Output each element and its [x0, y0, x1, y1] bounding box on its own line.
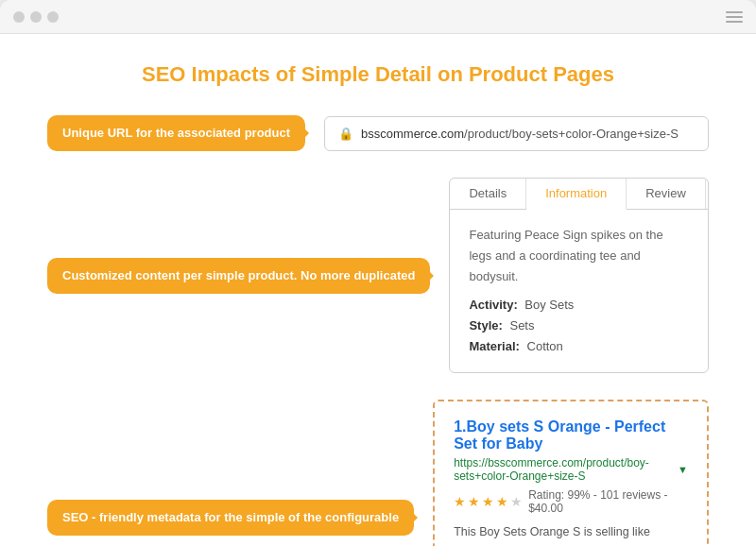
url-bar: 🔒 bsscommerce.com/product/boy-sets+color… — [324, 116, 709, 151]
lock-icon: 🔒 — [338, 127, 353, 141]
seo-url-arrow-icon: ▼ — [678, 464, 688, 475]
seo-rating-text: Rating: 99% - 101 reviews - $40.00 — [528, 488, 688, 515]
seo-description: This Boy Sets Orange S is selling like h… — [454, 522, 688, 546]
seo-card: 1.Boy sets S Orange - Perfect Set for Ba… — [433, 400, 709, 546]
field-value-style: Sets — [507, 316, 535, 336]
tabs-section: Customized content per simple product. N… — [47, 178, 709, 373]
menu-line-2 — [726, 16, 743, 18]
field-activity: Activity: Boy Sets — [469, 295, 689, 316]
tab-content-area: Featuring Peace Sign spikes on the legs … — [450, 210, 708, 373]
seo-url: https://bsscommerce.com/product/boy-sets… — [454, 456, 674, 483]
field-label-activity: Activity: — [469, 295, 517, 316]
window-controls — [13, 11, 59, 23]
seo-stars-row: ★ ★ ★ ★ ★ Rating: 99% - 101 reviews - $4… — [454, 488, 688, 515]
star-2: ★ — [468, 494, 480, 509]
field-value-activity: Boy Sets — [522, 295, 575, 316]
tab-details[interactable]: Details — [450, 179, 526, 209]
page-content: SEO Impacts of Simple Detail on Product … — [0, 34, 756, 546]
tabs-label-bubble: Customized content per simple product. N… — [47, 258, 430, 294]
maximize-dot — [47, 11, 59, 23]
url-path: /product/boy-sets+color-Orange+size-S — [464, 127, 679, 141]
close-dot — [13, 11, 25, 23]
field-value-material: Cotton — [524, 336, 563, 357]
tab-information[interactable]: Information — [526, 179, 627, 210]
field-style: Style: Sets — [469, 316, 689, 336]
url-section: Unique URL for the associated product 🔒 … — [47, 115, 709, 151]
tab-bar: Details Information Review — [450, 179, 708, 210]
main-window: SEO Impacts of Simple Detail on Product … — [0, 0, 756, 546]
titlebar — [0, 0, 756, 34]
menu-line-1 — [726, 11, 743, 13]
url-base: bsscommerce.com — [361, 127, 464, 141]
tab-review[interactable]: Review — [627, 179, 706, 209]
minimize-dot — [30, 11, 42, 23]
menu-icon[interactable] — [726, 11, 743, 23]
field-label-material: Material: — [469, 336, 519, 357]
field-label-style: Style: — [469, 316, 502, 336]
tabs-container: Details Information Review Featuring Pea… — [449, 178, 709, 373]
seo-url-row: https://bsscommerce.com/product/boy-sets… — [454, 456, 688, 483]
url-text: bsscommerce.com/product/boy-sets+color-O… — [361, 127, 679, 141]
stars-container: ★ ★ ★ ★ ★ — [454, 494, 523, 509]
star-1: ★ — [454, 494, 466, 509]
seo-section: SEO - friendly metadata for the simple o… — [47, 400, 709, 546]
seo-title: 1.Boy sets S Orange - Perfect Set for Ba… — [454, 418, 688, 452]
url-label-bubble: Unique URL for the associated product — [47, 115, 305, 151]
star-5: ★ — [510, 494, 523, 509]
seo-label-bubble: SEO - friendly metadata for the simple o… — [47, 500, 414, 536]
menu-line-3 — [726, 21, 743, 23]
star-4: ★ — [496, 494, 508, 509]
tab-intro-text: Featuring Peace Sign spikes on the legs … — [469, 225, 689, 287]
field-material: Material: Cotton — [469, 336, 689, 357]
star-3: ★ — [482, 494, 494, 509]
page-title: SEO Impacts of Simple Detail on Product … — [47, 62, 709, 87]
